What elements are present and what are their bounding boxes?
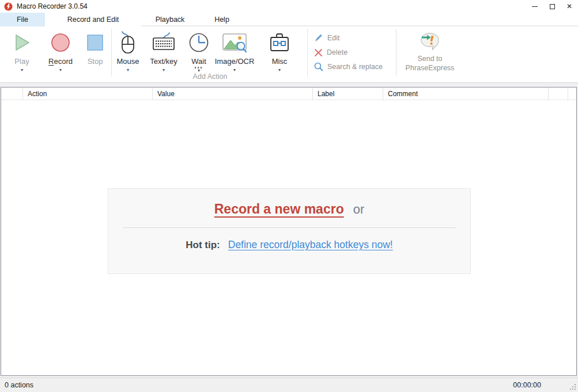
ribbon-toolbar: Play ▾ Record ▾ Stop Mouse ▾ [0, 26, 578, 83]
misc-button[interactable]: Misc ▾ [264, 29, 295, 73]
record-button[interactable]: Record ▾ [43, 29, 78, 73]
tab-help[interactable]: Help [199, 13, 245, 26]
macro-recorder-window: { "titlebar": { "title": "Macro Recorder… [0, 0, 578, 392]
or-text: or [353, 202, 365, 217]
minimize-icon [532, 6, 538, 7]
actions-count: 0 actions [5, 378, 33, 392]
stop-button[interactable]: Stop [81, 29, 109, 66]
mouse-dropdown-icon[interactable]: ▾ [127, 68, 129, 73]
textkey-dropdown-icon[interactable]: ▾ [163, 68, 165, 73]
delete-label: Delete [327, 48, 347, 56]
play-dropdown-icon[interactable]: ▾ [21, 68, 23, 73]
send-to-label-line1: Send to [417, 54, 442, 63]
maximize-icon [550, 4, 555, 9]
misc-label: Misc [272, 56, 288, 66]
minimize-button[interactable] [526, 0, 543, 13]
delete-button[interactable]: Delete [314, 47, 347, 58]
window-controls: ✕ [526, 0, 578, 13]
stop-label: Stop [88, 56, 103, 66]
header-label[interactable]: Label [313, 87, 383, 100]
macro-action-list: Action Value Label Comment Record a new … [1, 87, 577, 376]
stop-icon [86, 34, 104, 51]
briefcase-icon [268, 32, 291, 54]
edit-pencil-icon [314, 33, 323, 43]
window-title: Macro Recorder 3.0.54 [17, 2, 88, 10]
play-label: Play [14, 56, 29, 66]
header-comment[interactable]: Comment [383, 87, 549, 100]
title-bar: Macro Recorder 3.0.54 ✕ [0, 0, 578, 13]
record-icon [50, 32, 71, 53]
record-new-macro-link[interactable]: Record a new macro [214, 201, 344, 217]
delete-x-icon [314, 48, 323, 57]
header-scrollbar-spacer [568, 87, 576, 100]
timer-display: 00:00:00 [513, 378, 541, 392]
header-spacer [549, 87, 568, 100]
mouse-label: Mouse [116, 56, 139, 66]
imageocr-button[interactable]: Image/OCR ▾ [214, 29, 255, 73]
mouse-button[interactable]: Mouse ▾ [113, 29, 143, 73]
wait-label: Wait [191, 56, 206, 66]
tab-playback[interactable]: Playback [141, 13, 199, 26]
send-to-phraseexpress-button[interactable]: Send to PhraseExpress [403, 31, 456, 73]
keyboard-icon [151, 31, 176, 55]
textkey-label: Text/key [150, 56, 177, 66]
close-icon: ✕ [566, 2, 572, 10]
edit-label: Edit [327, 34, 340, 42]
ribbon-separator [111, 29, 112, 77]
welcome-panel: Record a new macro or Hot tip: Define re… [108, 188, 471, 274]
search-icon [314, 62, 323, 71]
hot-tip-label: Hot tip: [186, 239, 220, 251]
mouse-icon [117, 30, 139, 55]
define-hotkeys-link[interactable]: Define record/playback hotkeys now! [228, 239, 393, 251]
edit-button[interactable]: Edit [314, 32, 340, 44]
wait-button[interactable]: Wait ▾ [186, 29, 212, 73]
record-label: Record [48, 56, 73, 66]
app-icon [4, 2, 13, 11]
ribbon-separator [396, 29, 396, 77]
misc-dropdown-icon[interactable]: ▾ [278, 68, 281, 73]
header-icon-column[interactable] [1, 87, 23, 100]
image-ocr-icon [221, 31, 248, 54]
send-to-label-line2: PhraseExpress [406, 63, 455, 73]
maximize-button[interactable] [543, 0, 561, 13]
status-bar: 0 actions 00:00:00 [0, 378, 578, 392]
close-button[interactable]: ✕ [561, 0, 578, 13]
search-replace-button[interactable]: Search & replace [314, 61, 383, 73]
imageocr-dropdown-icon[interactable]: ▾ [233, 68, 236, 73]
phraseexpress-icon [418, 32, 441, 54]
imageocr-label: Image/OCR [215, 56, 255, 66]
menu-bar: File Record and Edit Playback Help [0, 13, 578, 26]
resize-grip[interactable] [569, 383, 576, 390]
ribbon-separator [307, 29, 308, 77]
tab-file[interactable]: File [0, 13, 45, 26]
play-button[interactable]: Play ▾ [6, 29, 38, 73]
record-dropdown-icon[interactable]: ▾ [59, 68, 62, 73]
add-action-group-label: Add Action [113, 73, 307, 81]
header-value[interactable]: Value [153, 87, 313, 100]
welcome-divider [123, 227, 456, 228]
header-action[interactable]: Action [23, 87, 153, 100]
list-header: Action Value Label Comment [1, 87, 576, 100]
clock-icon [188, 32, 210, 54]
search-replace-label: Search & replace [327, 63, 383, 71]
textkey-button[interactable]: Text/key ▾ [146, 29, 181, 73]
tab-record-and-edit[interactable]: Record and Edit [45, 13, 141, 26]
play-icon [12, 33, 32, 52]
